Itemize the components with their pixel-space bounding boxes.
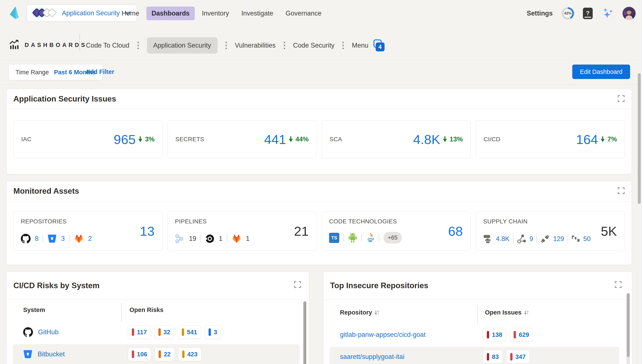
stat-label: SECRETS <box>175 136 204 143</box>
stat-card-secrets[interactable]: SECRETS 441 44% <box>168 120 316 158</box>
risk-badge[interactable]: 117 <box>128 325 151 339</box>
column-open-issues[interactable]: Open Issues <box>485 309 529 316</box>
tab-code-security[interactable]: Code Security <box>293 42 335 49</box>
stat-value: 164 <box>576 132 598 147</box>
issue-badge[interactable]: 83 <box>483 350 503 364</box>
severity-bar <box>514 331 516 338</box>
panel-monitored-assets: Monitored Assets REPOSITORIES 8 3 2 13 <box>6 181 632 265</box>
kebab-menu-icon[interactable] <box>137 42 139 50</box>
edit-dashboard-button[interactable]: Edit Dashboard <box>572 64 630 79</box>
github-count[interactable]: 8 <box>35 235 39 242</box>
panel-title: CI/CD Risks by System <box>7 272 309 300</box>
risk-badge[interactable]: 3 <box>204 325 221 339</box>
severity-bar <box>159 350 161 358</box>
asset-label: PIPELINES <box>175 218 207 225</box>
open-risks-badges: 117 32 541 3 <box>128 325 221 339</box>
kebab-menu-icon[interactable] <box>342 42 344 50</box>
nav-governance[interactable]: Governance <box>280 6 327 20</box>
nav-dashboards[interactable]: Dashboards <box>146 6 195 20</box>
risk-badge[interactable]: 32 <box>154 325 174 339</box>
expand-icon[interactable] <box>293 280 302 290</box>
column-divider <box>121 303 122 322</box>
severity-bar <box>209 328 211 336</box>
table-row-bitbucket[interactable]: Bitbucket 106 22 423 <box>13 344 299 364</box>
table-header: Repository Open Issues <box>330 306 626 320</box>
stat-card-cicd[interactable]: CI/CD 164 7% <box>476 120 625 158</box>
table-row-repo[interactable]: gitlab-panw-appsec/cicd-goat 138 629 <box>330 325 619 345</box>
risk-badge[interactable]: 106 <box>128 348 151 361</box>
badge-count: 117 <box>137 329 147 336</box>
table-row-repo[interactable]: saarett/supplygoat-itai 83 347 <box>330 347 619 364</box>
divider <box>80 34 80 51</box>
stat-card-iac[interactable]: IAC 965 3% <box>14 120 162 158</box>
stat-delta: 13% <box>450 136 463 143</box>
expand-icon[interactable] <box>617 94 625 104</box>
ai-sparkles-icon[interactable] <box>602 8 613 19</box>
bitbucket-count[interactable]: 3 <box>61 235 65 242</box>
tab-vulnerabilities[interactable]: Vulnerabilities <box>235 42 276 49</box>
stat-value: 965 <box>114 132 136 147</box>
add-filter-button[interactable]: Add Filter <box>86 68 114 76</box>
typescript-icon: TS <box>329 233 339 243</box>
progress-ring[interactable]: 42% <box>562 7 574 20</box>
tab-application-security[interactable]: Application Security <box>147 38 217 54</box>
nav-inventory[interactable]: Inventory <box>197 6 234 20</box>
dashboard-tabs: Code To Cloud Application Security Vulne… <box>86 31 385 60</box>
more-technologies-pill[interactable]: +65 <box>384 232 402 244</box>
tab-code-to-cloud[interactable]: Code To Cloud <box>86 42 129 49</box>
stat-value: 441 <box>264 132 286 147</box>
risk-badge[interactable]: 22 <box>155 348 175 361</box>
time-range-label: Time Range <box>16 69 49 76</box>
expand-icon[interactable] <box>617 187 625 196</box>
stat-delta: 7% <box>607 136 617 143</box>
gitlab-count: 1 <box>246 235 250 242</box>
expand-icon[interactable] <box>614 280 622 290</box>
supply-chain-total: 5K <box>601 224 617 239</box>
repository-link[interactable]: saarett/supplygoat-itai <box>340 353 404 360</box>
repositories-total[interactable]: 13 <box>140 224 155 239</box>
issue-badge[interactable]: 629 <box>510 328 533 342</box>
github-icon <box>21 234 31 244</box>
system-link[interactable]: GitHub <box>38 328 59 336</box>
risk-badge[interactable]: 541 <box>178 325 201 339</box>
column-divider <box>477 305 478 324</box>
table-scrollbar[interactable] <box>303 301 306 364</box>
stat-card-sca[interactable]: SCA 4.8K 13% <box>322 120 471 158</box>
dependencies-count[interactable]: 4.8K <box>496 235 510 243</box>
menu-button[interactable]: Menu 4 <box>352 40 385 52</box>
risk-badge[interactable]: 423 <box>178 348 201 361</box>
kebab-menu-icon[interactable] <box>283 42 285 50</box>
repository-link[interactable]: gitlab-panw-appsec/cicd-goat <box>340 331 426 338</box>
kebab-menu-icon[interactable] <box>225 42 227 50</box>
system-link[interactable]: Bitbucket <box>38 350 65 358</box>
gitlab-count[interactable]: 2 <box>88 235 92 242</box>
severity-bar <box>158 328 161 336</box>
bitbucket-icon <box>47 234 57 243</box>
dashboards-bar: DASHBOARDS Code To Cloud Application Sec… <box>0 31 642 60</box>
forks-count[interactable]: 9 <box>530 235 533 243</box>
panel-cicd-risks: CI/CD Risks by System System Open Risks … <box>6 272 309 364</box>
asset-card-supply-chain: SUPPLY CHAIN 4.8K 9 <box>476 212 625 250</box>
artifacts-count[interactable]: 50 <box>583 235 590 243</box>
issue-badge[interactable]: 347 <box>506 350 530 364</box>
page-scrollbar[interactable] <box>638 73 641 204</box>
panel-title: Top Insecure Repositories <box>323 272 632 300</box>
settings-link[interactable]: Settings <box>527 10 553 17</box>
user-avatar[interactable] <box>622 7 636 20</box>
table-row-github[interactable]: GitHub 117 32 541 3 <box>13 322 299 342</box>
table-scrollbar[interactable] <box>627 293 630 357</box>
progress-percent: 42% <box>562 7 574 20</box>
nav-home[interactable]: Home <box>117 6 144 20</box>
asset-label: CODE TECHNOLOGIES <box>329 218 397 225</box>
stat-delta: 44% <box>295 136 309 143</box>
nav-investigate[interactable]: Investigate <box>236 6 278 20</box>
connections-count[interactable]: 129 <box>553 235 564 243</box>
code-technologies-total[interactable]: 68 <box>448 224 463 239</box>
issue-badge[interactable]: 138 <box>483 328 506 342</box>
column-repository[interactable]: Repository <box>340 309 380 316</box>
sort-icon <box>524 310 529 316</box>
dashboards-chart-icon <box>9 40 20 51</box>
panel-application-security-issues: Application Security Issues IAC 965 3% S… <box>6 89 632 174</box>
prisma-cloud-logo-icon[interactable] <box>9 6 20 21</box>
help-docs-icon[interactable]: ? <box>583 8 593 19</box>
